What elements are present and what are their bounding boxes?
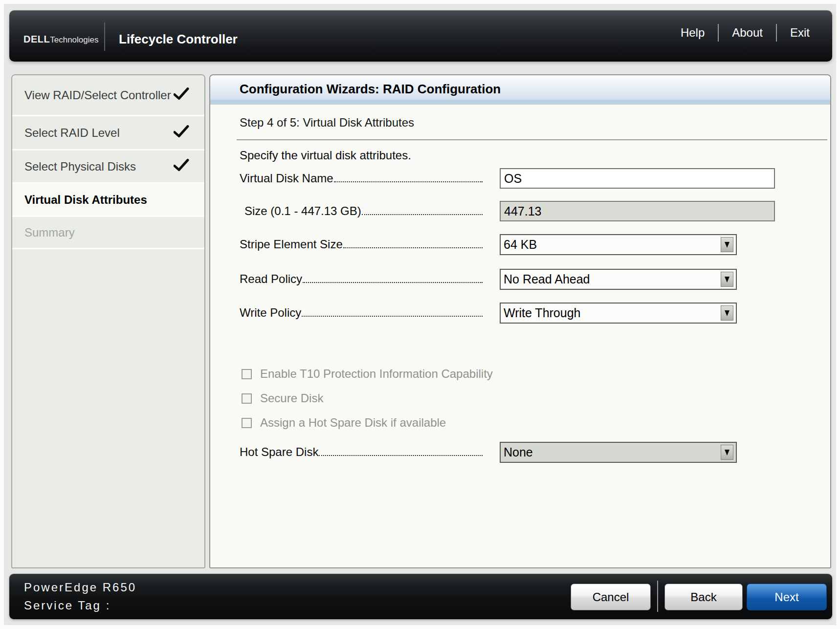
sidebar-item-label: Virtual Disk Attributes: [24, 193, 147, 207]
dotted-leader: [343, 247, 483, 248]
dropdown-button[interactable]: [721, 237, 733, 252]
hot-spare-disk-label: Hot Spare Disk: [240, 445, 483, 459]
sidebar-item-view-raid-select-controller[interactable]: View RAID/Select Controller: [12, 75, 204, 116]
assign-hot-spare-label: Assign a Hot Spare Disk if available: [260, 416, 446, 430]
wizard-steps-sidebar: View RAID/Select Controller Select RAID …: [11, 74, 205, 568]
top-nav: Help About Exit: [681, 24, 810, 42]
header-divider: [104, 22, 105, 51]
main-panel: Configuration Wizards: RAID Configuratio…: [209, 74, 831, 568]
size-input: [500, 201, 775, 221]
assign-hot-spare-checkbox-row: Assign a Hot Spare Disk if available: [242, 415, 446, 430]
checkmark-icon: [174, 87, 189, 103]
hot-spare-disk-select: None: [500, 442, 737, 463]
virtual-disk-name-input[interactable]: [500, 168, 775, 189]
dotted-leader: [334, 181, 483, 182]
dell-logo-text: DELL: [23, 34, 50, 44]
read-policy-row: Read Policy No Read Ahead: [240, 269, 825, 289]
nav-separator: [718, 24, 719, 42]
sidebar-item-select-physical-disks[interactable]: Select Physical Disks: [12, 151, 204, 184]
help-link[interactable]: Help: [681, 26, 705, 40]
secure-disk-label: Secure Disk: [260, 391, 323, 405]
size-row: Size (0.1 - 447.13 GB): [240, 201, 825, 221]
sidebar-item-label: View RAID/Select Controller: [24, 88, 171, 102]
enable-t10-label: Enable T10 Protection Information Capabi…: [260, 367, 493, 381]
back-button[interactable]: Back: [664, 584, 743, 610]
chevron-down-icon: [725, 242, 729, 248]
stripe-element-size-select[interactable]: 64 KB: [500, 234, 737, 255]
bottom-status-bar: PowerEdge R650 Service Tag : Cancel Back…: [9, 574, 832, 619]
exit-link[interactable]: Exit: [790, 26, 810, 40]
dropdown-button: [721, 445, 733, 460]
technologies-logo-text: Technologies: [50, 35, 98, 44]
sidebar-item-label: Select RAID Level: [24, 126, 120, 140]
dell-technologies-logo: DELLTechnologies: [23, 34, 98, 45]
top-header-bar: DELLTechnologies Lifecycle Controller He…: [9, 10, 832, 62]
write-policy-select[interactable]: Write Through: [500, 303, 737, 324]
dropdown-button[interactable]: [721, 305, 733, 321]
secure-disk-checkbox-row: Secure Disk: [242, 391, 323, 406]
dotted-leader: [362, 214, 483, 215]
dotted-leader: [302, 316, 483, 317]
stripe-element-size-label: Stripe Element Size: [240, 238, 483, 251]
checkmark-icon: [174, 125, 189, 141]
instruction-text: Specify the virtual disk attributes.: [240, 149, 411, 162]
step-title: Step 4 of 5: Virtual Disk Attributes: [240, 116, 414, 130]
chevron-down-icon: [725, 277, 729, 282]
service-tag: Service Tag :: [24, 599, 111, 612]
size-label: Size (0.1 - 447.13 GB): [240, 204, 483, 218]
chevron-down-icon: [725, 450, 729, 455]
footer-button-divider: [657, 581, 658, 612]
cancel-button[interactable]: Cancel: [571, 584, 651, 610]
panel-title: Configuration Wizards: RAID Configuratio…: [240, 82, 501, 97]
checkmark-icon: [174, 158, 189, 174]
hot-spare-disk-row: Hot Spare Disk None: [240, 442, 825, 462]
panel-title-bar: Configuration Wizards: RAID Configuratio…: [210, 77, 830, 105]
horizontal-divider: [237, 139, 827, 140]
chevron-down-icon: [725, 310, 729, 316]
stripe-element-size-row: Stripe Element Size 64 KB: [240, 234, 825, 255]
nav-separator: [776, 24, 777, 42]
enable-t10-checkbox: [242, 369, 252, 379]
sidebar-item-label: Summary: [24, 226, 75, 239]
about-link[interactable]: About: [732, 26, 763, 40]
next-button[interactable]: Next: [747, 584, 827, 610]
system-model: PowerEdge R650: [24, 581, 136, 594]
app-title: Lifecycle Controller: [119, 32, 238, 47]
read-policy-select[interactable]: No Read Ahead: [500, 269, 737, 290]
enable-t10-checkbox-row: Enable T10 Protection Information Capabi…: [242, 367, 493, 381]
dotted-leader: [303, 282, 483, 283]
write-policy-row: Write Policy Write Through: [240, 303, 825, 323]
sidebar-item-label: Select Physical Disks: [24, 160, 136, 174]
dropdown-button[interactable]: [721, 272, 733, 287]
sidebar-item-summary: Summary: [12, 217, 204, 249]
write-policy-label: Write Policy: [240, 306, 483, 320]
virtual-disk-name-row: Virtual Disk Name: [240, 168, 825, 189]
virtual-disk-name-label: Virtual Disk Name: [240, 172, 483, 185]
dotted-leader: [319, 455, 483, 456]
assign-hot-spare-checkbox: [242, 418, 252, 428]
secure-disk-checkbox: [242, 393, 252, 404]
sidebar-item-virtual-disk-attributes[interactable]: Virtual Disk Attributes: [12, 184, 204, 217]
sidebar-item-select-raid-level[interactable]: Select RAID Level: [12, 116, 204, 151]
read-policy-label: Read Policy: [240, 272, 483, 286]
